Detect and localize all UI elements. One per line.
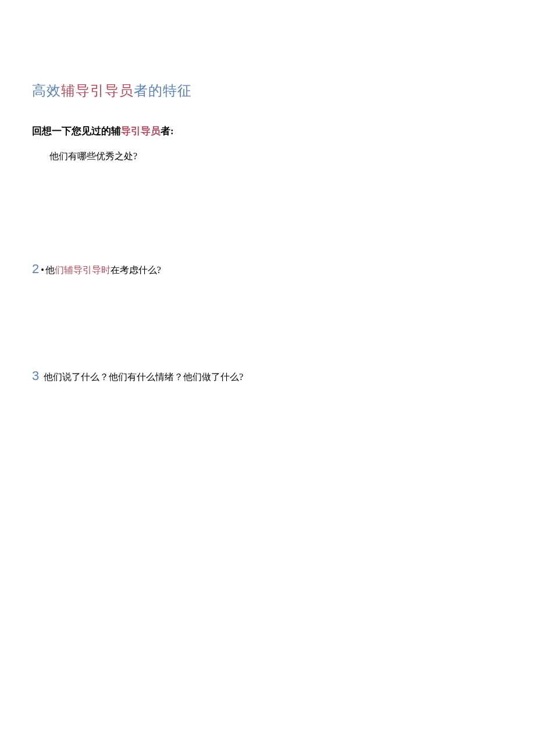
question-3-text: 他们说了什么？他们有什么情绪？他们做了什么? (44, 371, 243, 384)
q2-seg1: 他 (45, 265, 55, 275)
question-3-number: 3 (32, 368, 39, 384)
title-seg2: 辅导引导员 (61, 83, 134, 98)
subtitle-seg1: 回想一下您见过的辅 (32, 126, 121, 137)
question-2-row: 2 • 他们辅导引导时在考虑什么? (32, 261, 503, 277)
title-seg3: 者 (134, 83, 148, 98)
subtitle-prompt: 回想一下您见过的辅导引导员者: (32, 124, 503, 138)
q2-seg3: 在考虑什么? (110, 265, 161, 275)
subtitle-seg2: 导引导员 (121, 126, 160, 137)
question-2-bullet: • (41, 265, 44, 275)
question-2-number: 2 (32, 261, 39, 277)
title-seg4: 的特征 (148, 83, 192, 98)
page-title: 高效辅导引导员者的特征 (32, 81, 503, 100)
question-3-row: 3 他们说了什么？他们有什么情绪？他们做了什么? (32, 368, 503, 384)
subtitle-seg3: 者 (160, 126, 170, 137)
title-seg1: 高效 (32, 83, 61, 98)
document-page: 高效辅导引导员者的特征 回想一下您见过的辅导引导员者: 他们有哪些优秀之处? 2… (0, 0, 535, 384)
question-2-text: 他们辅导引导时在考虑什么? (45, 264, 161, 277)
subtitle-seg4: : (170, 126, 174, 137)
question-1: 他们有哪些优秀之处? (49, 151, 503, 163)
q2-seg2: 们辅导引导时 (55, 265, 110, 275)
